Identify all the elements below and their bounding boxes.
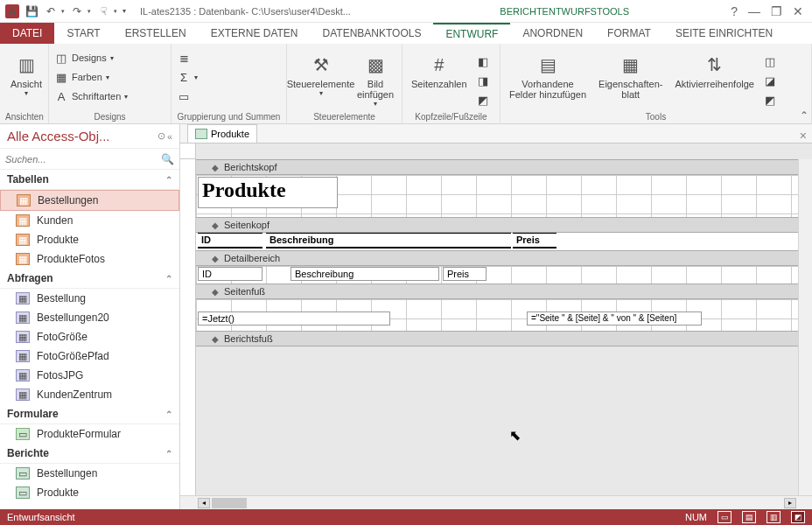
design-canvas[interactable]: ◆Berichtskopf Produkte ◆Seitenkopf ID Be… xyxy=(196,159,798,495)
field-desc[interactable]: Beschreibung xyxy=(290,267,439,281)
nav-item-report-bestellungen[interactable]: ▭Bestellungen xyxy=(0,464,179,483)
column-header-id[interactable]: ID xyxy=(198,233,262,248)
print-preview-icon[interactable]: ▤ xyxy=(742,511,756,523)
textbox-page[interactable]: ="Seite " & [Seite] & " von " & [Seiten] xyxy=(527,312,702,326)
nav-item-produkteformular[interactable]: ▭ProdukteFormular xyxy=(0,424,179,444)
group-sort-button[interactable]: ≣ xyxy=(177,49,198,66)
report-title-label[interactable]: Produkte xyxy=(198,177,338,208)
convert-macros-button[interactable]: ◩ xyxy=(763,91,777,108)
colors-button[interactable]: ▦Farben▾ xyxy=(54,68,128,86)
tab-file[interactable]: DATEI xyxy=(0,23,54,44)
scroll-right-icon[interactable]: ▸ xyxy=(784,498,796,508)
section-bar-report-footer[interactable]: ◆Berichtsfuß xyxy=(196,331,798,346)
tab-format[interactable]: FORMAT xyxy=(595,23,663,44)
design-view-icon[interactable]: ◩ xyxy=(791,511,805,523)
nav-category-tables[interactable]: Tabellen⌃ xyxy=(0,170,179,190)
property-sheet-button[interactable]: ▦ Eigenschaften- blatt xyxy=(595,49,666,102)
section-report-footer[interactable] xyxy=(196,346,798,452)
qat-customize[interactable]: ▾ xyxy=(122,7,126,15)
section-page-header[interactable]: ID Beschreibung Preis xyxy=(196,233,798,250)
nav-item-report-produkte[interactable]: ▭Produkte xyxy=(0,483,179,502)
restore-icon[interactable]: ❐ xyxy=(771,4,782,18)
scroll-thumb[interactable] xyxy=(212,498,247,508)
tab-start[interactable]: START xyxy=(54,23,112,44)
undo-dropdown[interactable]: ▾ xyxy=(61,8,65,15)
form-icon: ▭ xyxy=(16,428,30,440)
document-tab-produkte[interactable]: Produkte xyxy=(187,124,257,143)
close-icon[interactable]: ✕ xyxy=(793,4,803,18)
colors-icon: ▦ xyxy=(54,70,68,84)
nav-collapse-icon[interactable]: « xyxy=(167,131,172,142)
nav-category-forms[interactable]: Formulare⌃ xyxy=(0,404,179,424)
nav-item-kundenzentrum[interactable]: ▦KundenZentrum xyxy=(0,385,179,404)
undo-icon[interactable]: ↶ xyxy=(44,4,58,18)
section-page-footer[interactable]: =Jetzt() ="Seite " & [Seite] & " von " &… xyxy=(196,299,798,331)
vertical-ruler[interactable] xyxy=(180,159,196,495)
section-bar-report-header[interactable]: ◆Berichtskopf xyxy=(196,159,798,175)
nav-item-bestellung[interactable]: ▦Bestellung xyxy=(0,289,179,308)
tab-create[interactable]: ERSTELLEN xyxy=(113,23,199,44)
nav-item-produktefotos[interactable]: ▦ProdukteFotos xyxy=(0,249,179,269)
redo-dropdown[interactable]: ▾ xyxy=(88,8,91,15)
search-input[interactable] xyxy=(5,154,161,164)
nav-title[interactable]: Alle Access-Obj... xyxy=(7,129,110,144)
nav-category-reports[interactable]: Berichte⌃ xyxy=(0,444,179,464)
section-bar-detail[interactable]: ◆Detailbereich xyxy=(196,250,798,266)
section-detail[interactable]: ID Beschreibung Preis xyxy=(196,266,798,284)
column-header-price[interactable]: Preis xyxy=(513,233,556,248)
layout-view-icon[interactable]: ▥ xyxy=(766,511,780,523)
horizontal-scrollbar[interactable]: ◂ ▸ xyxy=(196,496,798,509)
nav-dropdown-icon[interactable]: ⊙ xyxy=(158,130,165,142)
title-icon: ◨ xyxy=(476,74,490,88)
help-icon[interactable]: ? xyxy=(731,4,738,18)
insert-image-button[interactable]: ▩ Bild einfügen▾ xyxy=(354,49,396,109)
nav-item-kunden[interactable]: ▦Kunden xyxy=(0,211,179,230)
page-numbers-button[interactable]: # Seitenzahlen xyxy=(408,49,471,91)
view-button[interactable]: ▥ Ansicht ▾ xyxy=(5,49,47,99)
column-header-desc[interactable]: Beschreibung xyxy=(266,233,511,248)
tab-arrange[interactable]: ANORDNEN xyxy=(510,23,595,44)
nav-category-queries[interactable]: Abfragen⌃ xyxy=(0,269,179,289)
touch-dropdown[interactable]: ▾ xyxy=(114,8,117,15)
close-document-icon[interactable]: × xyxy=(800,129,812,143)
ruler-corner[interactable] xyxy=(180,144,196,159)
logo-icon: ◧ xyxy=(476,54,490,68)
datetime-button[interactable]: ◩ xyxy=(476,91,490,108)
section-report-header[interactable]: Produkte xyxy=(196,175,798,217)
controls-button[interactable]: ⚒ Steuerelemente▾ xyxy=(292,49,349,99)
search-icon[interactable]: 🔍 xyxy=(161,153,174,165)
redo-icon[interactable]: ↷ xyxy=(70,4,84,18)
nav-item-fotogroessepfad[interactable]: ▦FotoGrößePfad xyxy=(0,346,179,366)
textbox-now[interactable]: =Jetzt() xyxy=(198,312,390,326)
field-id[interactable]: ID xyxy=(198,267,262,281)
tab-pagesetup[interactable]: SEITE EINRICHTEN xyxy=(663,23,785,44)
title-button[interactable]: ◨ xyxy=(476,72,490,89)
nav-item-fotosjpg[interactable]: ▦FotosJPG xyxy=(0,366,179,385)
section-bar-page-footer[interactable]: ◆Seitenfuß xyxy=(196,284,798,299)
totals-button[interactable]: Σ▾ xyxy=(177,68,198,86)
nav-item-bestellungen[interactable]: ▦Bestellungen xyxy=(0,190,179,211)
collapse-ribbon-icon[interactable]: ⌃ xyxy=(800,109,808,122)
scroll-left-icon[interactable]: ◂ xyxy=(198,498,210,508)
tab-design[interactable]: ENTWURF xyxy=(433,23,510,44)
view-code-button[interactable]: ◪ xyxy=(763,72,777,89)
add-fields-button[interactable]: ▤ Vorhandene Felder hinzufügen xyxy=(506,49,590,102)
nav-item-bestellungen20[interactable]: ▦Bestellungen20 xyxy=(0,308,179,327)
vertical-scrollbar[interactable] xyxy=(798,159,812,495)
section-bar-page-header[interactable]: ◆Seitenkopf xyxy=(196,217,798,233)
nav-item-produkte[interactable]: ▦Produkte xyxy=(0,230,179,249)
save-icon[interactable]: 💾 xyxy=(24,4,38,18)
nav-item-fotogroesse[interactable]: ▦FotoGröße xyxy=(0,327,179,346)
touch-mode-icon[interactable]: ☟ xyxy=(96,4,110,18)
field-price[interactable]: Preis xyxy=(443,267,486,281)
subreport-button[interactable]: ◫ xyxy=(763,52,777,70)
fonts-button[interactable]: ASchriftarten▾ xyxy=(54,88,128,105)
minimize-icon[interactable]: — xyxy=(748,4,760,18)
logo-button[interactable]: ◧ xyxy=(476,52,490,70)
tab-dbtools[interactable]: DATENBANKTOOLS xyxy=(311,23,434,44)
tab-order-button[interactable]: ⇅ Aktivierreihenfolge xyxy=(671,49,758,91)
report-view-icon[interactable]: ▭ xyxy=(718,511,732,523)
hide-details-button[interactable]: ▭ xyxy=(177,88,198,105)
tab-external[interactable]: EXTERNE DATEN xyxy=(199,23,311,44)
designs-button[interactable]: ◫Designs▾ xyxy=(54,49,128,66)
